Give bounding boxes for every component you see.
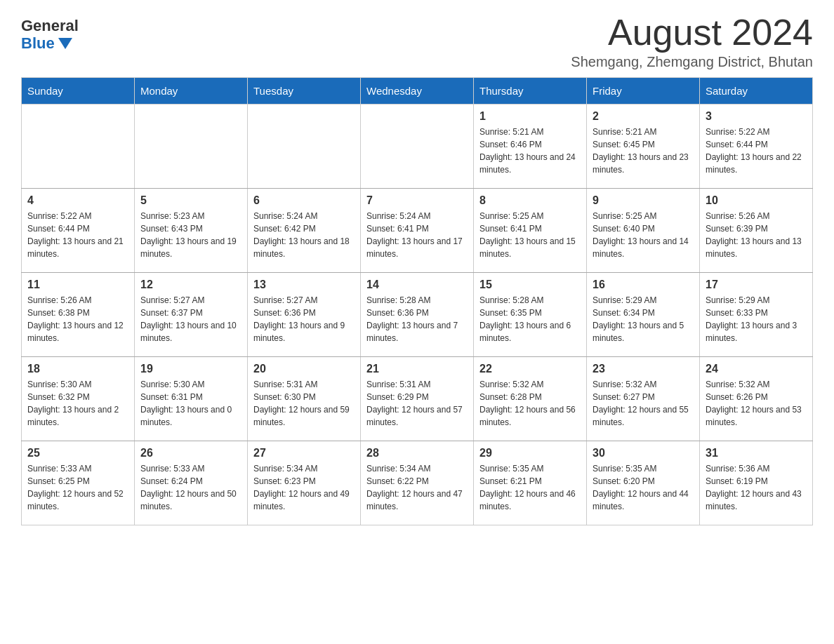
day-info: Sunrise: 5:31 AMSunset: 6:30 PMDaylight:…: [253, 378, 355, 429]
day-info: Sunrise: 5:30 AMSunset: 6:31 PMDaylight:…: [140, 378, 241, 429]
day-info: Sunrise: 5:34 AMSunset: 6:23 PMDaylight:…: [253, 462, 355, 513]
day-info: Sunrise: 5:31 AMSunset: 6:29 PMDaylight:…: [366, 378, 468, 429]
calendar-cell: 6Sunrise: 5:24 AMSunset: 6:42 PMDaylight…: [248, 189, 361, 273]
calendar-cell: 26Sunrise: 5:33 AMSunset: 6:24 PMDayligh…: [135, 441, 248, 525]
day-info: Sunrise: 5:30 AMSunset: 6:32 PMDaylight:…: [27, 378, 128, 429]
calendar-week-3: 11Sunrise: 5:26 AMSunset: 6:38 PMDayligh…: [22, 273, 813, 357]
calendar-week-1: 1Sunrise: 5:21 AMSunset: 6:46 PMDaylight…: [22, 105, 813, 189]
day-number: 13: [253, 279, 355, 291]
day-info: Sunrise: 5:25 AMSunset: 6:41 PMDaylight:…: [479, 210, 581, 260]
day-number: 17: [706, 279, 807, 291]
calendar-cell: 5Sunrise: 5:23 AMSunset: 6:43 PMDaylight…: [135, 189, 248, 273]
day-number: 22: [479, 363, 581, 375]
day-info: Sunrise: 5:24 AMSunset: 6:42 PMDaylight:…: [253, 210, 355, 260]
calendar-cell: 27Sunrise: 5:34 AMSunset: 6:23 PMDayligh…: [248, 441, 361, 525]
calendar-cell: 20Sunrise: 5:31 AMSunset: 6:30 PMDayligh…: [248, 357, 361, 441]
calendar-header-sunday: Sunday: [22, 78, 135, 105]
day-number: 26: [140, 447, 241, 459]
day-info: Sunrise: 5:27 AMSunset: 6:37 PMDaylight:…: [140, 294, 241, 344]
calendar-cell: 25Sunrise: 5:33 AMSunset: 6:25 PMDayligh…: [22, 441, 135, 525]
day-number: 8: [479, 194, 581, 207]
calendar-cell: 24Sunrise: 5:32 AMSunset: 6:26 PMDayligh…: [700, 357, 813, 441]
calendar-cell: 2Sunrise: 5:21 AMSunset: 6:45 PMDaylight…: [587, 105, 700, 189]
day-number: 14: [366, 279, 468, 291]
calendar-cell: 16Sunrise: 5:29 AMSunset: 6:34 PMDayligh…: [587, 273, 700, 357]
day-info: Sunrise: 5:36 AMSunset: 6:19 PMDaylight:…: [706, 462, 807, 513]
calendar-cell: 1Sunrise: 5:21 AMSunset: 6:46 PMDaylight…: [474, 105, 587, 189]
calendar-cell: [22, 105, 135, 189]
day-number: 29: [479, 447, 581, 459]
day-info: Sunrise: 5:35 AMSunset: 6:20 PMDaylight:…: [593, 462, 694, 513]
calendar-table: SundayMondayTuesdayWednesdayThursdayFrid…: [21, 77, 813, 525]
calendar-header-row: SundayMondayTuesdayWednesdayThursdayFrid…: [22, 78, 813, 105]
day-info: Sunrise: 5:29 AMSunset: 6:33 PMDaylight:…: [706, 294, 807, 344]
calendar-cell: 17Sunrise: 5:29 AMSunset: 6:33 PMDayligh…: [700, 273, 813, 357]
logo-triangle-icon: [58, 38, 72, 49]
calendar-header-tuesday: Tuesday: [248, 78, 361, 105]
day-number: 7: [366, 194, 468, 207]
day-number: 28: [366, 447, 468, 459]
calendar-cell: 4Sunrise: 5:22 AMSunset: 6:44 PMDaylight…: [22, 189, 135, 273]
day-number: 3: [706, 110, 807, 123]
calendar-cell: 15Sunrise: 5:28 AMSunset: 6:35 PMDayligh…: [474, 273, 587, 357]
day-info: Sunrise: 5:24 AMSunset: 6:41 PMDaylight:…: [366, 210, 468, 260]
calendar-cell: [248, 105, 361, 189]
day-number: 15: [479, 279, 581, 291]
day-number: 20: [253, 363, 355, 375]
day-number: 25: [27, 447, 128, 459]
calendar-cell: 18Sunrise: 5:30 AMSunset: 6:32 PMDayligh…: [22, 357, 135, 441]
calendar-cell: 21Sunrise: 5:31 AMSunset: 6:29 PMDayligh…: [361, 357, 474, 441]
calendar-cell: 13Sunrise: 5:27 AMSunset: 6:36 PMDayligh…: [248, 273, 361, 357]
calendar-cell: 31Sunrise: 5:36 AMSunset: 6:19 PMDayligh…: [700, 441, 813, 525]
day-info: Sunrise: 5:23 AMSunset: 6:43 PMDaylight:…: [140, 210, 241, 260]
day-info: Sunrise: 5:26 AMSunset: 6:39 PMDaylight:…: [706, 210, 807, 260]
calendar-cell: 30Sunrise: 5:35 AMSunset: 6:20 PMDayligh…: [587, 441, 700, 525]
day-number: 27: [253, 447, 355, 459]
day-number: 21: [366, 363, 468, 375]
day-number: 19: [140, 363, 241, 375]
day-info: Sunrise: 5:33 AMSunset: 6:24 PMDaylight:…: [140, 462, 241, 513]
day-number: 1: [479, 110, 581, 123]
day-info: Sunrise: 5:26 AMSunset: 6:38 PMDaylight:…: [27, 294, 128, 344]
month-title: August 2024: [571, 14, 813, 51]
logo-blue-text: Blue: [21, 34, 72, 53]
day-info: Sunrise: 5:28 AMSunset: 6:35 PMDaylight:…: [479, 294, 581, 344]
day-number: 4: [27, 194, 128, 207]
location-text: Shemgang, Zhemgang District, Bhutan: [571, 54, 813, 70]
calendar-cell: 14Sunrise: 5:28 AMSunset: 6:36 PMDayligh…: [361, 273, 474, 357]
day-number: 23: [593, 363, 694, 375]
day-number: 11: [27, 279, 128, 291]
calendar-header-wednesday: Wednesday: [361, 78, 474, 105]
calendar-cell: 29Sunrise: 5:35 AMSunset: 6:21 PMDayligh…: [474, 441, 587, 525]
day-number: 2: [593, 110, 694, 123]
page-header: General Blue August 2024 Shemgang, Zhemg…: [21, 14, 813, 70]
day-number: 6: [253, 194, 355, 207]
day-number: 18: [27, 363, 128, 375]
calendar-cell: 7Sunrise: 5:24 AMSunset: 6:41 PMDaylight…: [361, 189, 474, 273]
calendar-cell: 11Sunrise: 5:26 AMSunset: 6:38 PMDayligh…: [22, 273, 135, 357]
calendar-header-thursday: Thursday: [474, 78, 587, 105]
day-info: Sunrise: 5:22 AMSunset: 6:44 PMDaylight:…: [706, 126, 807, 176]
calendar-cell: 19Sunrise: 5:30 AMSunset: 6:31 PMDayligh…: [135, 357, 248, 441]
day-info: Sunrise: 5:21 AMSunset: 6:45 PMDaylight:…: [593, 126, 694, 176]
day-info: Sunrise: 5:22 AMSunset: 6:44 PMDaylight:…: [27, 210, 128, 260]
day-info: Sunrise: 5:35 AMSunset: 6:21 PMDaylight:…: [479, 462, 581, 513]
calendar-cell: 22Sunrise: 5:32 AMSunset: 6:28 PMDayligh…: [474, 357, 587, 441]
day-info: Sunrise: 5:33 AMSunset: 6:25 PMDaylight:…: [27, 462, 128, 513]
calendar-cell: 3Sunrise: 5:22 AMSunset: 6:44 PMDaylight…: [700, 105, 813, 189]
day-info: Sunrise: 5:29 AMSunset: 6:34 PMDaylight:…: [593, 294, 694, 344]
calendar-week-2: 4Sunrise: 5:22 AMSunset: 6:44 PMDaylight…: [22, 189, 813, 273]
day-info: Sunrise: 5:25 AMSunset: 6:40 PMDaylight:…: [593, 210, 694, 260]
calendar-header-friday: Friday: [587, 78, 700, 105]
day-number: 12: [140, 279, 241, 291]
day-number: 31: [706, 447, 807, 459]
calendar-week-4: 18Sunrise: 5:30 AMSunset: 6:32 PMDayligh…: [22, 357, 813, 441]
day-number: 30: [593, 447, 694, 459]
calendar-week-5: 25Sunrise: 5:33 AMSunset: 6:25 PMDayligh…: [22, 441, 813, 525]
day-number: 16: [593, 279, 694, 291]
calendar-cell: 28Sunrise: 5:34 AMSunset: 6:22 PMDayligh…: [361, 441, 474, 525]
calendar-cell: 10Sunrise: 5:26 AMSunset: 6:39 PMDayligh…: [700, 189, 813, 273]
day-info: Sunrise: 5:21 AMSunset: 6:46 PMDaylight:…: [479, 126, 581, 176]
day-info: Sunrise: 5:32 AMSunset: 6:28 PMDaylight:…: [479, 378, 581, 429]
title-area: August 2024 Shemgang, Zhemgang District,…: [571, 14, 813, 70]
